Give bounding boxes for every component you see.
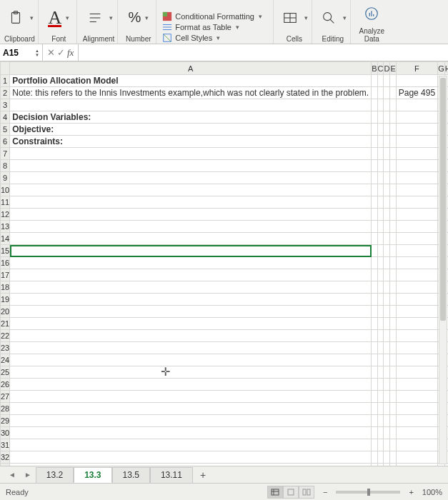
- cell[interactable]: [390, 330, 396, 342]
- cell[interactable]: [372, 342, 377, 354]
- row-header[interactable]: 11: [1, 196, 10, 209]
- name-box[interactable]: ▲▼: [0, 44, 43, 61]
- column-header[interactable]: C: [377, 62, 384, 75]
- cell[interactable]: [10, 464, 372, 466]
- cell[interactable]: [384, 439, 390, 451]
- cell[interactable]: [396, 111, 437, 124]
- cell[interactable]: [396, 233, 437, 245]
- cell[interactable]: [390, 136, 396, 148]
- cell[interactable]: [377, 172, 384, 184]
- cell[interactable]: [384, 245, 390, 257]
- cell[interactable]: [377, 439, 384, 451]
- cell[interactable]: [390, 318, 396, 330]
- cell[interactable]: [390, 257, 396, 269]
- cell[interactable]: [372, 281, 377, 294]
- sheet-tab[interactable]: 13.3: [74, 467, 111, 483]
- cell[interactable]: [390, 342, 396, 354]
- cell[interactable]: [384, 269, 390, 281]
- conditional-formatting-button[interactable]: Conditional Formatting ▾: [162, 11, 262, 21]
- cell[interactable]: [10, 160, 372, 172]
- cell[interactable]: Constraints:: [10, 136, 372, 148]
- column-header[interactable]: D: [384, 62, 390, 75]
- cell[interactable]: [396, 172, 437, 184]
- cell[interactable]: [390, 427, 396, 439]
- cell[interactable]: [384, 415, 390, 427]
- cell[interactable]: [384, 294, 390, 306]
- row-header[interactable]: 19: [1, 294, 10, 306]
- row-header[interactable]: 23: [1, 342, 10, 354]
- cell[interactable]: [372, 439, 377, 451]
- cell[interactable]: [384, 403, 390, 415]
- cell[interactable]: [10, 439, 372, 451]
- row-header[interactable]: 27: [1, 391, 10, 403]
- cell[interactable]: [384, 184, 390, 196]
- cell[interactable]: [377, 306, 384, 318]
- row-header[interactable]: 6: [1, 136, 10, 148]
- cell[interactable]: [377, 330, 384, 342]
- cell[interactable]: Decision Variables:: [10, 111, 372, 124]
- sheet-tab[interactable]: 13.11: [150, 467, 193, 483]
- cell[interactable]: [390, 439, 396, 451]
- cell[interactable]: [384, 136, 390, 148]
- cell[interactable]: [384, 306, 390, 318]
- chevron-down-icon[interactable]: ▾: [145, 14, 149, 21]
- row-header[interactable]: 7: [1, 148, 10, 160]
- cell[interactable]: [396, 415, 437, 427]
- row-header[interactable]: 4: [1, 111, 10, 124]
- cell[interactable]: [10, 318, 372, 330]
- cell[interactable]: [384, 221, 390, 233]
- row-header[interactable]: 5: [1, 124, 10, 136]
- cell[interactable]: [372, 464, 377, 466]
- cell[interactable]: [377, 209, 384, 221]
- cell[interactable]: [377, 451, 384, 464]
- cell[interactable]: [372, 160, 377, 172]
- cell[interactable]: [372, 75, 377, 87]
- row-header[interactable]: 18: [1, 281, 10, 294]
- cell[interactable]: [390, 451, 396, 464]
- cell[interactable]: [396, 269, 437, 281]
- cell[interactable]: [377, 269, 384, 281]
- cell[interactable]: [377, 342, 384, 354]
- column-header[interactable]: H: [444, 62, 448, 75]
- cell[interactable]: [372, 269, 377, 281]
- cell[interactable]: [10, 294, 372, 306]
- cell[interactable]: [10, 330, 372, 342]
- cell[interactable]: [384, 281, 390, 294]
- cell[interactable]: [372, 136, 377, 148]
- cell[interactable]: [384, 99, 390, 111]
- cell[interactable]: [372, 415, 377, 427]
- cell[interactable]: [372, 366, 377, 379]
- row-header[interactable]: 32: [1, 451, 10, 464]
- cell[interactable]: [390, 464, 396, 466]
- cell[interactable]: [372, 294, 377, 306]
- row-header[interactable]: 15: [1, 245, 10, 257]
- cell[interactable]: [396, 184, 437, 196]
- name-box-input[interactable]: [3, 48, 27, 58]
- view-normal-button[interactable]: [267, 486, 283, 499]
- cell[interactable]: [10, 415, 372, 427]
- cell[interactable]: [372, 233, 377, 245]
- spreadsheet-grid[interactable]: ABCDEFGH1Portfolio Allocation Model2Note…: [0, 61, 448, 466]
- row-header[interactable]: 16: [1, 257, 10, 269]
- cell[interactable]: [396, 464, 437, 466]
- cell[interactable]: [396, 439, 437, 451]
- view-page-layout-button[interactable]: [283, 486, 299, 499]
- cell[interactable]: [384, 257, 390, 269]
- cell[interactable]: [10, 342, 372, 354]
- analyze-data-icon[interactable]: [362, 4, 382, 24]
- sheet-tab[interactable]: 13.2: [36, 467, 74, 483]
- cell[interactable]: [390, 379, 396, 391]
- cell[interactable]: [10, 148, 372, 160]
- cell[interactable]: [10, 245, 372, 257]
- row-header[interactable]: 29: [1, 415, 10, 427]
- cell[interactable]: [396, 354, 437, 366]
- cell[interactable]: [384, 233, 390, 245]
- cell[interactable]: [390, 75, 396, 87]
- cell[interactable]: [10, 209, 372, 221]
- column-header[interactable]: A: [10, 62, 372, 75]
- cell[interactable]: [372, 245, 377, 257]
- cell[interactable]: [372, 403, 377, 415]
- namebox-down-icon[interactable]: ▼: [35, 53, 39, 57]
- cell[interactable]: [372, 257, 377, 269]
- cell[interactable]: Objective:: [10, 124, 372, 136]
